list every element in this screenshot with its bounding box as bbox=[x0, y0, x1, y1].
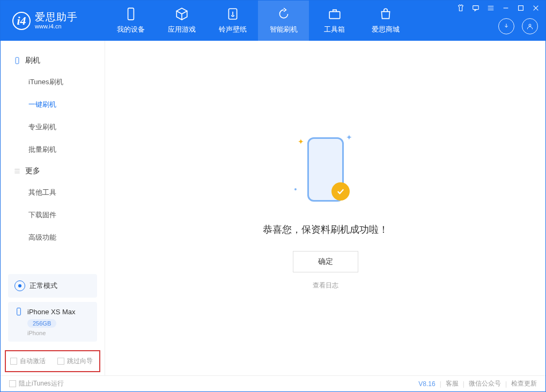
nav-store[interactable]: 爱思商城 bbox=[360, 1, 411, 41]
flash-options-box: 自动激活 跳过向导 bbox=[5, 350, 100, 372]
download-button[interactable] bbox=[498, 18, 514, 34]
sidebar-group-flash: 刷机 bbox=[1, 50, 105, 71]
close-button[interactable] bbox=[532, 4, 540, 12]
nav-label: 应用游戏 bbox=[168, 25, 196, 34]
music-icon bbox=[226, 7, 240, 21]
device-mode-box[interactable]: 正常模式 bbox=[8, 274, 97, 298]
bag-icon bbox=[379, 7, 393, 21]
view-log-link[interactable]: 查看日志 bbox=[313, 281, 338, 290]
device-type: iPhone bbox=[27, 330, 91, 336]
checkbox-icon bbox=[10, 358, 17, 365]
sidebar-item-pro-flash[interactable]: 专业刷机 bbox=[1, 116, 105, 138]
svg-rect-6 bbox=[16, 57, 19, 64]
checkbox-icon bbox=[9, 380, 16, 387]
briefcase-icon bbox=[328, 7, 342, 21]
status-bar: 阻止iTunes运行 V8.16 | 客服 | 微信公众号 | 检查更新 bbox=[1, 375, 545, 391]
device-capacity: 256GB bbox=[27, 319, 56, 328]
nav-apps[interactable]: 应用游戏 bbox=[156, 1, 207, 41]
wechat-link[interactable]: 微信公众号 bbox=[469, 379, 501, 388]
refresh-icon bbox=[277, 7, 291, 21]
skin-icon[interactable] bbox=[456, 4, 465, 12]
skip-guide-checkbox[interactable]: 跳过向导 bbox=[57, 357, 93, 366]
nav-label: 智能刷机 bbox=[270, 25, 298, 34]
sidebar-group-more: 更多 bbox=[1, 161, 105, 181]
nav-ringtone[interactable]: 铃声壁纸 bbox=[207, 1, 258, 41]
logo: i4 爱思助手 www.i4.cn bbox=[1, 12, 105, 30]
svg-rect-2 bbox=[329, 12, 340, 19]
logo-title: 爱思助手 bbox=[35, 12, 78, 23]
checkbox-icon bbox=[57, 358, 64, 365]
nav-label: 工具箱 bbox=[324, 25, 345, 34]
version-label: V8.16 bbox=[418, 380, 435, 388]
mode-icon bbox=[14, 280, 25, 291]
sidebar-item-other-tools[interactable]: 其他工具 bbox=[1, 181, 105, 204]
cube-icon bbox=[175, 7, 189, 21]
phone-icon bbox=[124, 7, 138, 21]
support-link[interactable]: 客服 bbox=[446, 379, 459, 388]
nav-label: 爱思商城 bbox=[372, 25, 400, 34]
device-name: iPhone XS Max bbox=[27, 308, 76, 316]
sparkle-icon: • bbox=[294, 185, 297, 194]
auto-activate-checkbox[interactable]: 自动激活 bbox=[10, 357, 46, 366]
logo-icon: i4 bbox=[12, 12, 31, 30]
ok-button[interactable]: 确定 bbox=[293, 251, 358, 272]
nav-label: 我的设备 bbox=[117, 25, 145, 34]
sidebar-item-oneclick-flash[interactable]: 一键刷机 bbox=[1, 93, 105, 116]
phone-small-icon bbox=[14, 307, 23, 316]
svg-rect-4 bbox=[473, 6, 479, 10]
nav-my-device[interactable]: 我的设备 bbox=[105, 1, 156, 41]
nav-flash[interactable]: 智能刷机 bbox=[258, 1, 309, 41]
nav-toolbox[interactable]: 工具箱 bbox=[309, 1, 360, 41]
success-message: 恭喜您，保资料刷机成功啦！ bbox=[263, 223, 388, 236]
block-itunes-checkbox[interactable]: 阻止iTunes运行 bbox=[9, 379, 64, 388]
device-info-box[interactable]: iPhone XS Max 256GB iPhone bbox=[8, 302, 97, 342]
app-header: i4 爱思助手 www.i4.cn 我的设备 应用游戏 铃声壁纸 智能刷机 工具… bbox=[1, 1, 545, 41]
svg-rect-5 bbox=[519, 6, 523, 11]
sidebar-item-advanced[interactable]: 高级功能 bbox=[1, 226, 105, 249]
sidebar-item-itunes-flash[interactable]: iTunes刷机 bbox=[1, 71, 105, 93]
svg-rect-0 bbox=[128, 8, 134, 20]
sidebar-item-download-firmware[interactable]: 下载固件 bbox=[1, 204, 105, 226]
nav-label: 铃声壁纸 bbox=[219, 25, 247, 34]
feedback-icon[interactable] bbox=[471, 4, 480, 12]
minimize-button[interactable] bbox=[501, 4, 510, 12]
svg-rect-7 bbox=[17, 308, 21, 315]
sparkle-icon: ✦ bbox=[298, 137, 304, 146]
menu-icon[interactable] bbox=[486, 4, 495, 12]
device-icon bbox=[13, 57, 21, 64]
account-button[interactable] bbox=[522, 18, 538, 34]
mode-label: 正常模式 bbox=[29, 281, 57, 291]
maximize-button[interactable] bbox=[517, 4, 525, 12]
svg-point-3 bbox=[529, 24, 531, 26]
sidebar: 刷机 iTunes刷机 一键刷机 专业刷机 批量刷机 更多 其他工具 下载固件 … bbox=[1, 41, 105, 375]
sidebar-item-batch-flash[interactable]: 批量刷机 bbox=[1, 138, 105, 161]
main-content: ✦ ✦ • 恭喜您，保资料刷机成功啦！ 确定 查看日志 bbox=[105, 41, 545, 375]
logo-subtitle: www.i4.cn bbox=[35, 23, 78, 29]
check-update-link[interactable]: 检查更新 bbox=[511, 379, 537, 388]
success-check-icon bbox=[331, 182, 350, 201]
list-icon bbox=[13, 167, 21, 175]
success-illustration: ✦ ✦ • bbox=[283, 127, 368, 212]
top-nav: 我的设备 应用游戏 铃声壁纸 智能刷机 工具箱 爱思商城 bbox=[105, 1, 411, 41]
sparkle-icon: ✦ bbox=[346, 133, 352, 142]
